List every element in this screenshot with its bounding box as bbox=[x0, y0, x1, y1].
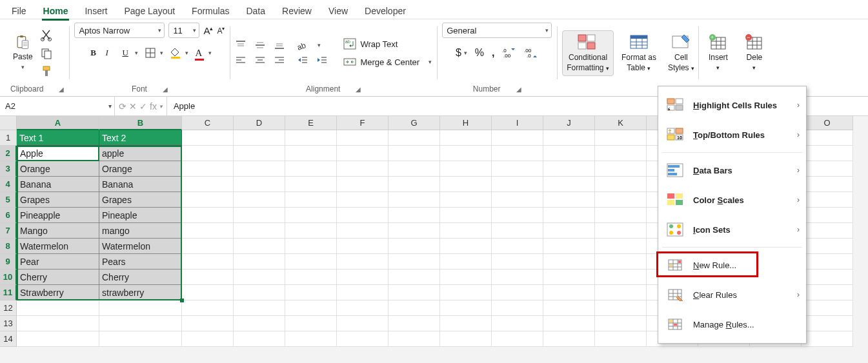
cell[interactable] bbox=[182, 270, 234, 285]
cell[interactable] bbox=[440, 192, 492, 208]
align-right-icon[interactable] bbox=[274, 55, 285, 66]
cell[interactable] bbox=[337, 208, 389, 223]
fx-icon[interactable]: fx bbox=[150, 101, 157, 112]
cell[interactable] bbox=[99, 331, 182, 347]
cell[interactable] bbox=[492, 331, 543, 347]
cell[interactable] bbox=[337, 177, 389, 192]
cell[interactable] bbox=[182, 331, 234, 347]
cell[interactable] bbox=[389, 146, 440, 161]
cell[interactable]: Pear bbox=[17, 254, 99, 270]
dialog-launcher-icon[interactable]: ◢ bbox=[516, 86, 521, 93]
cell[interactable] bbox=[543, 316, 595, 331]
cell[interactable] bbox=[389, 192, 440, 208]
accounting-format-button[interactable]: $ bbox=[456, 47, 461, 59]
cell[interactable] bbox=[182, 177, 234, 192]
insert-cells-button[interactable]: + Insert ▾ bbox=[703, 32, 733, 74]
column-header[interactable]: D bbox=[234, 116, 285, 130]
cell[interactable] bbox=[440, 316, 492, 331]
cell[interactable] bbox=[182, 300, 234, 316]
cell[interactable] bbox=[595, 300, 647, 316]
cell[interactable] bbox=[595, 192, 647, 208]
row-header[interactable]: 5 bbox=[0, 192, 17, 208]
cell[interactable] bbox=[234, 316, 285, 331]
cell[interactable] bbox=[595, 208, 647, 223]
menu-highlight-cells-rules[interactable]: ≤ Highlight Cells Rules › bbox=[658, 90, 806, 120]
cell[interactable] bbox=[389, 270, 440, 285]
cell[interactable]: Cherry bbox=[17, 270, 99, 285]
menu-clear-rules[interactable]: Clear Rules › bbox=[658, 280, 806, 309]
cell[interactable] bbox=[492, 146, 543, 161]
cell[interactable] bbox=[234, 146, 285, 161]
cell[interactable] bbox=[182, 192, 234, 208]
cell[interactable] bbox=[234, 223, 285, 239]
dialog-launcher-icon[interactable]: ◢ bbox=[163, 86, 168, 93]
menu-data-bars[interactable]: Data Bars › bbox=[658, 155, 806, 185]
cell[interactable]: Banana bbox=[99, 177, 182, 192]
cell[interactable] bbox=[285, 208, 337, 223]
cell[interactable] bbox=[389, 316, 440, 331]
orientation-icon[interactable]: ab bbox=[297, 40, 310, 50]
row-header[interactable]: 12 bbox=[0, 300, 17, 316]
cell[interactable] bbox=[492, 208, 543, 223]
cell[interactable] bbox=[234, 208, 285, 223]
tab-developer[interactable]: Developer bbox=[363, 3, 407, 19]
cell[interactable] bbox=[440, 177, 492, 192]
conditional-formatting-button[interactable]: Conditional Formatting ▾ bbox=[562, 30, 614, 76]
cell[interactable] bbox=[802, 192, 853, 208]
cell[interactable] bbox=[802, 208, 853, 223]
cell[interactable] bbox=[389, 208, 440, 223]
cell[interactable] bbox=[440, 223, 492, 239]
column-header[interactable]: A bbox=[17, 116, 99, 130]
cell[interactable] bbox=[285, 285, 337, 300]
cell[interactable] bbox=[389, 223, 440, 239]
cell[interactable] bbox=[234, 270, 285, 285]
cell[interactable] bbox=[234, 300, 285, 316]
cell[interactable] bbox=[337, 192, 389, 208]
cell[interactable] bbox=[595, 316, 647, 331]
cell[interactable] bbox=[337, 223, 389, 239]
cell[interactable] bbox=[543, 223, 595, 239]
column-header[interactable]: C bbox=[182, 116, 234, 130]
align-bottom-icon[interactable] bbox=[274, 40, 285, 50]
name-box[interactable]: A2▾ bbox=[0, 97, 115, 115]
menu-color-scales[interactable]: Color Scales › bbox=[658, 185, 806, 215]
cell[interactable] bbox=[17, 331, 99, 347]
tab-formulas[interactable]: Formulas bbox=[190, 3, 230, 19]
cell[interactable] bbox=[285, 192, 337, 208]
increase-font-icon[interactable]: A▴ bbox=[203, 25, 213, 36]
cell[interactable] bbox=[492, 223, 543, 239]
menu-manage-rules[interactable]: Manage Rules... bbox=[658, 309, 806, 339]
cell-styles-button[interactable]: Cell Styles ▾ bbox=[664, 32, 698, 74]
borders-button[interactable] bbox=[145, 47, 156, 59]
cell[interactable] bbox=[440, 161, 492, 177]
cell[interactable] bbox=[285, 223, 337, 239]
cell[interactable] bbox=[182, 239, 234, 254]
tab-file[interactable]: File bbox=[10, 3, 28, 19]
cell[interactable]: Apple bbox=[17, 146, 99, 161]
tab-view[interactable]: View bbox=[327, 3, 349, 19]
fill-color-button[interactable] bbox=[170, 47, 181, 59]
format-painter-icon[interactable] bbox=[39, 64, 54, 79]
cell[interactable] bbox=[802, 130, 853, 146]
row-header[interactable]: 1 bbox=[0, 130, 17, 146]
column-header[interactable]: H bbox=[440, 116, 492, 130]
align-center-icon[interactable] bbox=[254, 55, 266, 66]
row-header[interactable]: 8 bbox=[0, 239, 17, 254]
cell[interactable] bbox=[337, 146, 389, 161]
cell[interactable] bbox=[595, 161, 647, 177]
cell[interactable] bbox=[440, 208, 492, 223]
italic-button[interactable]: I bbox=[105, 48, 116, 58]
cell[interactable]: Text 1 bbox=[17, 130, 99, 146]
cell[interactable] bbox=[492, 161, 543, 177]
cell[interactable] bbox=[337, 316, 389, 331]
dialog-launcher-icon[interactable]: ◢ bbox=[59, 86, 64, 93]
column-header[interactable]: O bbox=[802, 116, 853, 130]
row-header[interactable]: 14 bbox=[0, 331, 17, 347]
wrap-text-button[interactable]: ab Wrap Text bbox=[343, 38, 432, 50]
confirm-icon[interactable]: ✓ bbox=[139, 101, 147, 112]
cell[interactable] bbox=[337, 300, 389, 316]
cell[interactable]: Pineapple bbox=[17, 208, 99, 223]
cell[interactable] bbox=[182, 254, 234, 270]
font-name-combo[interactable]: Aptos Narrow▾ bbox=[74, 23, 165, 38]
cell[interactable]: Pineaple bbox=[99, 208, 182, 223]
